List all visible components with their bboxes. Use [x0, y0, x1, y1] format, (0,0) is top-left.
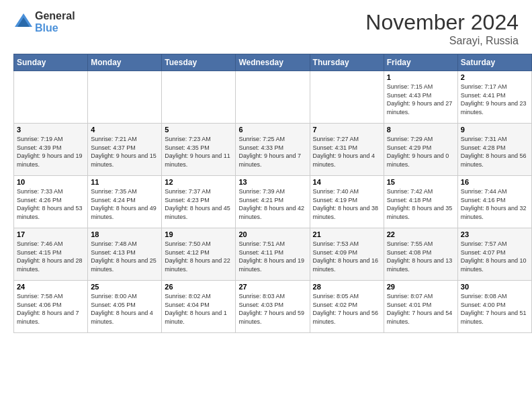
day-cell-2-2: 12Sunrise: 7:37 AMSunset: 4:23 PMDayligh… — [162, 176, 236, 228]
day-cell-0-3 — [236, 71, 310, 124]
day-cell-3-0: 17Sunrise: 7:46 AMSunset: 4:15 PMDayligh… — [14, 228, 88, 281]
day-cell-0-6: 2Sunrise: 7:17 AMSunset: 4:41 PMDaylight… — [457, 71, 531, 124]
day-info: Sunrise: 7:40 AMSunset: 4:19 PMDaylight:… — [313, 187, 381, 221]
day-number: 6 — [238, 126, 306, 134]
day-cell-2-3: 13Sunrise: 7:39 AMSunset: 4:21 PMDayligh… — [236, 176, 310, 228]
day-number: 20 — [238, 230, 306, 238]
day-number: 8 — [387, 126, 455, 134]
day-cell-4-0: 24Sunrise: 7:58 AMSunset: 4:06 PMDayligh… — [14, 281, 88, 333]
day-cell-0-2 — [162, 71, 236, 124]
day-info: Sunrise: 7:29 AMSunset: 4:29 PMDaylight:… — [387, 135, 455, 169]
header-monday: Monday — [88, 54, 162, 71]
day-cell-4-3: 27Sunrise: 8:03 AMSunset: 4:03 PMDayligh… — [236, 281, 310, 333]
day-cell-1-1: 4Sunrise: 7:21 AMSunset: 4:37 PMDaylight… — [88, 124, 162, 176]
day-cell-2-4: 14Sunrise: 7:40 AMSunset: 4:19 PMDayligh… — [310, 176, 384, 228]
header-friday: Friday — [384, 54, 457, 71]
day-number: 7 — [313, 126, 381, 134]
day-number: 22 — [387, 230, 455, 238]
day-cell-0-0 — [14, 71, 88, 124]
header-tuesday: Tuesday — [162, 54, 236, 71]
day-info: Sunrise: 8:07 AMSunset: 4:01 PMDaylight:… — [387, 292, 455, 326]
day-cell-3-6: 23Sunrise: 7:57 AMSunset: 4:07 PMDayligh… — [457, 228, 531, 281]
day-number: 9 — [461, 126, 529, 134]
day-info: Sunrise: 7:46 AMSunset: 4:15 PMDaylight:… — [17, 240, 85, 273]
day-number: 4 — [91, 126, 159, 134]
day-info: Sunrise: 7:39 AMSunset: 4:21 PMDaylight:… — [238, 187, 306, 221]
header-sunday: Sunday — [14, 54, 88, 71]
day-cell-3-3: 20Sunrise: 7:51 AMSunset: 4:11 PMDayligh… — [236, 228, 310, 281]
day-number: 3 — [17, 126, 85, 134]
day-info: Sunrise: 7:19 AMSunset: 4:39 PMDaylight:… — [17, 135, 85, 169]
day-cell-2-5: 15Sunrise: 7:42 AMSunset: 4:18 PMDayligh… — [384, 176, 457, 228]
week-row-3: 10Sunrise: 7:33 AMSunset: 4:26 PMDayligh… — [14, 176, 532, 228]
day-info: Sunrise: 7:35 AMSunset: 4:24 PMDaylight:… — [91, 187, 159, 221]
day-number: 26 — [165, 283, 232, 291]
day-number: 5 — [165, 126, 232, 134]
calendar-table: Sunday Monday Tuesday Wednesday Thursday… — [13, 54, 532, 333]
day-cell-1-6: 9Sunrise: 7:31 AMSunset: 4:28 PMDaylight… — [457, 124, 531, 176]
header-wednesday: Wednesday — [236, 54, 310, 71]
day-cell-4-2: 26Sunrise: 8:02 AMSunset: 4:04 PMDayligh… — [162, 281, 236, 333]
day-info: Sunrise: 7:23 AMSunset: 4:35 PMDaylight:… — [165, 135, 232, 169]
day-info: Sunrise: 7:37 AMSunset: 4:23 PMDaylight:… — [165, 187, 232, 221]
day-info: Sunrise: 7:33 AMSunset: 4:26 PMDaylight:… — [17, 187, 85, 221]
day-cell-3-2: 19Sunrise: 7:50 AMSunset: 4:12 PMDayligh… — [162, 228, 236, 281]
day-info: Sunrise: 8:05 AMSunset: 4:02 PMDaylight:… — [313, 292, 381, 326]
week-row-5: 24Sunrise: 7:58 AMSunset: 4:06 PMDayligh… — [14, 281, 532, 333]
day-cell-0-4 — [310, 71, 384, 124]
day-number: 11 — [91, 178, 159, 186]
day-number: 17 — [17, 230, 85, 238]
day-info: Sunrise: 8:03 AMSunset: 4:03 PMDaylight:… — [238, 292, 306, 326]
day-info: Sunrise: 7:44 AMSunset: 4:16 PMDaylight:… — [461, 187, 529, 221]
week-row-4: 17Sunrise: 7:46 AMSunset: 4:15 PMDayligh… — [14, 228, 532, 281]
day-cell-1-2: 5Sunrise: 7:23 AMSunset: 4:35 PMDaylight… — [162, 124, 236, 176]
day-cell-3-5: 22Sunrise: 7:55 AMSunset: 4:08 PMDayligh… — [384, 228, 457, 281]
day-info: Sunrise: 7:51 AMSunset: 4:11 PMDaylight:… — [238, 240, 306, 273]
header-saturday: Saturday — [457, 54, 531, 71]
location: Sarayi, Russia — [365, 35, 519, 47]
week-row-1: 1Sunrise: 7:15 AMSunset: 4:43 PMDaylight… — [14, 71, 532, 124]
day-cell-2-1: 11Sunrise: 7:35 AMSunset: 4:24 PMDayligh… — [88, 176, 162, 228]
day-cell-1-5: 8Sunrise: 7:29 AMSunset: 4:29 PMDaylight… — [384, 124, 457, 176]
day-info: Sunrise: 7:57 AMSunset: 4:07 PMDaylight:… — [461, 240, 529, 273]
day-number: 16 — [461, 178, 529, 186]
day-info: Sunrise: 7:15 AMSunset: 4:43 PMDaylight:… — [387, 83, 455, 116]
day-number: 1 — [387, 73, 455, 81]
logo-text: General Blue — [35, 10, 75, 34]
day-number: 24 — [17, 283, 85, 291]
day-cell-0-1 — [88, 71, 162, 124]
day-cell-4-1: 25Sunrise: 8:00 AMSunset: 4:05 PMDayligh… — [88, 281, 162, 333]
day-number: 15 — [387, 178, 455, 186]
weekday-header-row: Sunday Monday Tuesday Wednesday Thursday… — [14, 54, 532, 71]
day-info: Sunrise: 7:17 AMSunset: 4:41 PMDaylight:… — [461, 83, 529, 116]
day-cell-1-3: 6Sunrise: 7:25 AMSunset: 4:33 PMDaylight… — [236, 124, 310, 176]
day-cell-4-5: 29Sunrise: 8:07 AMSunset: 4:01 PMDayligh… — [384, 281, 457, 333]
day-number: 19 — [165, 230, 232, 238]
logo-icon — [13, 12, 34, 32]
day-cell-2-6: 16Sunrise: 7:44 AMSunset: 4:16 PMDayligh… — [457, 176, 531, 228]
week-row-2: 3Sunrise: 7:19 AMSunset: 4:39 PMDaylight… — [14, 124, 532, 176]
day-cell-1-4: 7Sunrise: 7:27 AMSunset: 4:31 PMDaylight… — [310, 124, 384, 176]
day-cell-3-1: 18Sunrise: 7:48 AMSunset: 4:13 PMDayligh… — [88, 228, 162, 281]
day-cell-3-4: 21Sunrise: 7:53 AMSunset: 4:09 PMDayligh… — [310, 228, 384, 281]
day-number: 27 — [238, 283, 306, 291]
day-info: Sunrise: 8:02 AMSunset: 4:04 PMDaylight:… — [165, 292, 232, 326]
day-number: 29 — [387, 283, 455, 291]
day-number: 30 — [461, 283, 529, 291]
day-number: 12 — [165, 178, 232, 186]
day-number: 10 — [17, 178, 85, 186]
day-info: Sunrise: 7:31 AMSunset: 4:28 PMDaylight:… — [461, 135, 529, 169]
day-cell-4-4: 28Sunrise: 8:05 AMSunset: 4:02 PMDayligh… — [310, 281, 384, 333]
day-cell-2-0: 10Sunrise: 7:33 AMSunset: 4:26 PMDayligh… — [14, 176, 88, 228]
day-number: 18 — [91, 230, 159, 238]
day-info: Sunrise: 7:50 AMSunset: 4:12 PMDaylight:… — [165, 240, 232, 273]
title-block: November 2024 Sarayi, Russia — [365, 10, 519, 47]
header-thursday: Thursday — [310, 54, 384, 71]
day-number: 13 — [238, 178, 306, 186]
day-info: Sunrise: 7:27 AMSunset: 4:31 PMDaylight:… — [313, 135, 381, 169]
day-info: Sunrise: 7:21 AMSunset: 4:37 PMDaylight:… — [91, 135, 159, 169]
month-title: November 2024 — [365, 10, 519, 35]
day-info: Sunrise: 7:58 AMSunset: 4:06 PMDaylight:… — [17, 292, 85, 326]
day-number: 25 — [91, 283, 159, 291]
day-number: 21 — [313, 230, 381, 238]
